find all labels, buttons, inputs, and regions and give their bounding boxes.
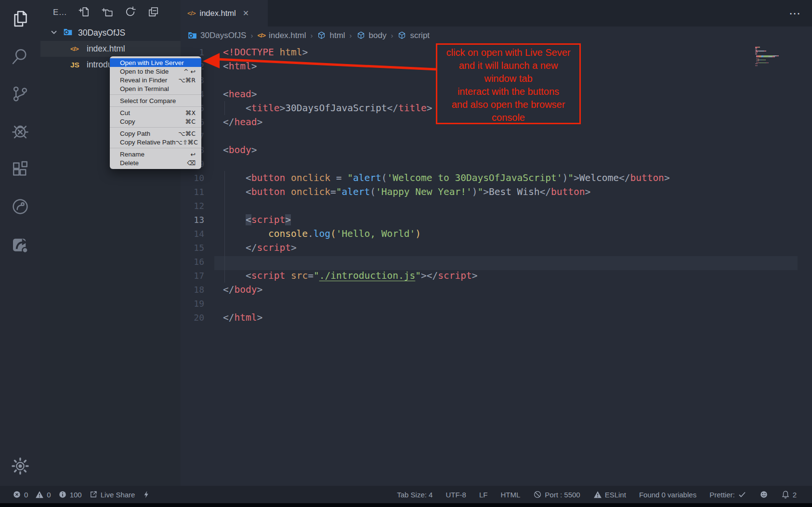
line-number: 20 [181,311,204,325]
status-item-eslint[interactable]: ESLint [593,490,626,499]
check-icon [738,490,747,499]
menu-separator [110,127,201,128]
code-line-12: 12 [181,199,812,213]
bell-icon [781,490,790,499]
line-number: 12 [181,199,204,213]
code-text [204,255,223,269]
breadcrumb-item-html[interactable]: html [317,31,345,40]
chevron-down-icon [50,28,58,38]
status-item-0[interactable]: 0 [35,490,51,499]
menu-separator [110,94,201,95]
status-item-found-0-variables[interactable]: Found 0 variables [639,491,696,499]
context-menu: Open with Live ServerOpen to the Side^ ↩… [110,56,201,169]
status-item-100[interactable]: 100 [58,490,82,499]
breadcrumb-item-30DaysOfJS[interactable]: 30DaysOfJS [188,31,246,40]
more-actions-icon[interactable]: ⋯ [789,7,801,20]
status-item-tab-size-4[interactable]: Tab Size: 4 [397,491,432,499]
code-text: <button onclick="alert('Happy New Year!'… [204,185,590,199]
activity-item-source-control[interactable] [0,75,40,113]
smiley-icon [760,490,768,499]
code-text: console.log('Hello, World') [204,227,421,241]
info-icon [58,490,67,499]
line-number: 13 [181,213,204,227]
breadcrumb-label: html [329,31,345,40]
menu-separator [110,148,201,148]
status-label: UTF-8 [445,491,466,499]
tab-index-html[interactable]: </> index.html ✕ [181,0,268,26]
breadcrumb-item-index.html[interactable]: </>index.html [257,31,306,40]
menu-item-open-with-live-server[interactable]: Open with Live Server [110,58,201,67]
status-item-prettier-[interactable]: Prettier: [709,490,747,499]
close-icon[interactable]: ✕ [243,9,249,18]
code-line-10: 10 <button onclick = "alert('Welcome to … [181,171,812,185]
new-file-icon[interactable] [78,6,90,20]
sidebar-item-index.html[interactable]: </>index.html [40,41,181,57]
gear-icon[interactable] [0,457,40,475]
activity-item-search[interactable] [0,38,40,75]
cube-icon [356,31,366,40]
new-folder-icon[interactable] [101,6,113,20]
status-item-live-share[interactable]: Live Share [89,490,135,499]
js-icon: JS [70,61,83,69]
menu-item-delete[interactable]: Delete⌫ [110,158,201,167]
code-text: <script src="./introduction.js"></script… [204,269,477,283]
breadcrumb-label: body [369,31,387,40]
status-item-2[interactable]: 2 [781,490,797,499]
explorer-actions [67,6,159,20]
status-item-smiley-icon[interactable] [760,490,768,499]
status-label: 100 [70,491,82,499]
code-line-16: 16 [181,255,812,269]
breadcrumb-separator: › [391,31,393,39]
breadcrumb-separator: › [250,31,253,39]
code-line-7: 7 [181,129,812,143]
editor-actions: ⋯ [776,0,801,26]
code-line-9: 9 [181,157,812,171]
menu-item-open-in-terminal[interactable]: Open in Terminal [110,84,201,93]
search-icon [11,47,30,66]
code-line-20: 20</html> [181,311,812,325]
port-icon [533,490,542,499]
status-item-port-5500[interactable]: Port : 5500 [533,490,580,499]
menu-item-copy-path[interactable]: Copy Path⌥⌘C [110,129,201,138]
code-text: <title>30DaysOfJavaScript</title> [204,101,432,115]
refresh-icon[interactable] [124,6,136,20]
status-item-0[interactable]: 0 [13,490,28,499]
code-text [204,297,223,311]
collapse-folders-icon[interactable] [147,6,159,20]
status-label: LF [479,491,488,499]
activity-item-run-debug[interactable] [0,113,40,150]
status-item-lf[interactable]: LF [479,491,488,499]
minimap[interactable] [755,47,797,66]
breadcrumb-item-body[interactable]: body [356,31,387,40]
code-line-13: 13 <script> [181,213,812,227]
sidebar-item-root-folder[interactable]: 30DaysOfJS [40,25,181,41]
status-label: ESLint [605,491,626,499]
status-item-bolt-icon[interactable] [142,490,151,499]
menu-item-select-for-compare[interactable]: Select for Compare [110,96,201,105]
folder-icon [188,31,197,40]
menu-item-copy-relative-path[interactable]: Copy Relative Path⌥⇧⌘C [110,138,201,146]
status-item-html[interactable]: HTML [500,491,520,499]
status-item-utf-8[interactable]: UTF-8 [445,491,466,499]
activity-bar-items [0,0,40,263]
activity-item-publisher[interactable] [0,225,40,263]
code-text: <script> [204,213,291,227]
breadcrumb-item-script[interactable]: script [397,31,430,40]
code-line-17: 17 <script src="./introduction.js"></scr… [181,269,812,283]
activity-item-live-share[interactable] [0,188,40,225]
window-bottom-strip [0,503,812,507]
menu-item-reveal-in-finder[interactable]: Reveal in Finder⌥⌘R [110,76,201,84]
menu-item-cut[interactable]: Cut⌘X [110,108,201,117]
status-label: Tab Size: 4 [397,491,432,499]
code-text [204,73,223,87]
menu-item-copy[interactable]: Copy⌘C [110,117,201,126]
activity-item-explorer[interactable] [0,0,40,38]
breadcrumb-separator: › [350,31,352,39]
code-line-8: 8<body> [181,143,812,157]
activity-bar [0,0,40,486]
menu-item-rename[interactable]: Rename↩ [110,150,201,158]
code-line-11: 11 <button onclick="alert('Happy New Yea… [181,185,812,199]
activity-item-extensions[interactable] [0,150,40,188]
breadcrumb-label: index.html [269,31,306,40]
menu-item-open-to-the-side[interactable]: Open to the Side^ ↩ [110,67,201,76]
